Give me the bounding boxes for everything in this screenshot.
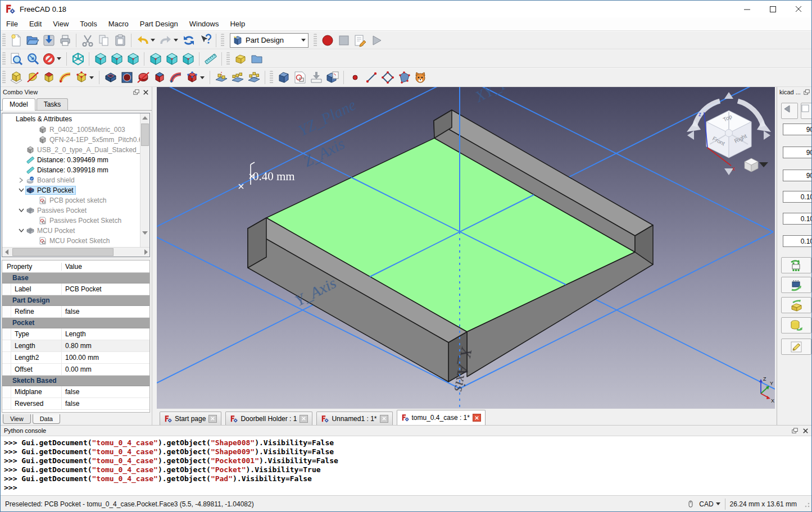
map-sketch-button[interactable] [308,70,324,86]
polar-pattern-button[interactable] [246,70,262,86]
tab-start-page[interactable]: Start page [160,412,221,425]
property-row-type[interactable]: TypeLength [2,328,149,340]
kicad-input-rz[interactable]: 90 [783,170,812,181]
tree-vertical-scrollbar[interactable] [140,113,149,247]
linear-pattern-button[interactable] [229,70,246,86]
kicad-input-oz[interactable]: 0.10 [783,235,812,247]
create-line-button[interactable] [363,70,379,86]
measure-button[interactable] [202,51,219,67]
tree-item[interactable]: USB_2_0_type_A_Dual_Stacked_jac [2,145,140,155]
property-group-part-design[interactable]: Part Design [2,295,149,306]
menu-file[interactable]: File [1,17,24,31]
kicad-input-ry[interactable]: 90 [783,147,812,158]
tab-data[interactable]: Data [33,414,60,424]
right-view-button[interactable] [125,51,141,67]
toolbar-grip[interactable] [221,34,224,47]
property-row-refine[interactable]: Refinefalse [2,306,149,318]
property-group-pocket[interactable]: Pocket [2,318,149,328]
menu-edit[interactable]: Edit [24,17,47,31]
hole-button[interactable] [119,70,135,86]
subtractive-primitive-dropdown-icon[interactable] [200,76,205,79]
close-panel-icon[interactable] [802,427,809,435]
paste-button[interactable] [112,32,128,48]
tab-tasks[interactable]: Tasks [37,98,69,110]
float-panel-icon[interactable] [133,89,140,96]
tab-doorbell-holder[interactable]: Doorbell Holder : 1 [225,412,312,425]
kicad-export-board-button[interactable] [781,257,811,273]
minimize-button[interactable] [734,1,760,17]
tree-item[interactable]: Passives Pocket [2,205,140,216]
tree-item[interactable]: MCU Pocket Sketch [2,236,140,246]
part-utility-button[interactable] [232,51,248,67]
pad-button[interactable] [8,70,24,86]
tree-item[interactable]: PCB pocket sketch [2,195,140,205]
close-button[interactable] [786,1,811,17]
kicad-input-ox[interactable]: 0.10 [783,191,812,203]
bottom-view-button[interactable] [164,51,180,67]
maximize-button[interactable] [760,1,786,17]
chevron-down-icon[interactable] [17,208,26,213]
chevron-right-icon[interactable] [17,177,26,183]
toolbar-grip[interactable] [226,52,230,66]
property-row-length2[interactable]: Length2100.00 mm [2,352,149,364]
create-body-button[interactable] [275,70,292,86]
subtractive-primitive-button[interactable] [184,70,200,86]
toolbar-grip[interactable] [2,52,6,66]
workbench-selector[interactable]: Part Design [230,33,309,48]
tree-item[interactable]: Distance: 0.399918 mm [2,165,140,175]
tree-item[interactable]: R_0402_1005Metric_003 [2,125,140,135]
toolbar-grip[interactable] [2,34,6,47]
create-face-button[interactable] [396,70,412,86]
rear-view-button[interactable] [147,51,164,67]
redo-dropdown-icon[interactable] [174,39,178,42]
close-tab-icon[interactable] [208,415,217,423]
3d-viewport[interactable]: YZ_Plane Z_Axis Y_Axis X_Axis XY_Plane 0… [157,87,775,409]
tab-view[interactable]: View [3,414,31,424]
kicad-edit-button[interactable] [781,339,811,355]
tree-horizontal-scrollbar[interactable] [2,247,150,257]
kicad-input-oy[interactable]: 0.10 [783,213,812,225]
mirrored-pattern-button[interactable] [213,70,229,86]
float-panel-icon[interactable] [791,427,799,435]
toolbar-grip[interactable] [270,71,273,84]
tree-item[interactable]: Passives Pocket Sketch [2,216,140,226]
macro-play-button[interactable] [368,32,384,48]
close-panel-icon[interactable] [142,89,149,96]
kicad-blank-button[interactable] [801,103,812,119]
menu-view[interactable]: View [47,17,74,31]
property-row-reversed[interactable]: Reversedfalse [2,398,149,410]
redo-button[interactable] [157,32,174,48]
resize-grip[interactable] [802,500,810,508]
property-group-sketch-based[interactable]: Sketch Based [2,376,149,386]
additive-primitive-button[interactable] [73,70,89,86]
kicad-import-parts-button[interactable] [781,277,811,293]
refresh-button[interactable] [180,32,197,48]
left-view-button[interactable] [180,51,196,67]
tab-model[interactable]: Model [2,98,35,111]
groove-button[interactable] [135,70,151,86]
macro-record-button[interactable] [319,32,335,48]
chevron-down-icon[interactable] [17,188,26,193]
additive-loft-button[interactable] [40,70,57,86]
tree-item[interactable]: QFN-24-1EP_5x5mm_Pitch0.65 [2,135,140,145]
chevron-down-icon[interactable] [17,228,26,233]
tab-tomu-case[interactable]: tomu_0.4_case : 1* [397,410,486,425]
save-button[interactable] [40,32,57,48]
pocket-button[interactable] [102,70,119,86]
open-document-button[interactable] [24,32,40,48]
undo-button[interactable] [134,32,151,48]
property-row-offset[interactable]: Offset0.00 mm [2,364,149,376]
whats-this-button[interactable] [197,32,213,48]
menu-windows[interactable]: Windows [184,17,225,31]
close-tab-icon[interactable] [473,414,481,422]
tab-unnamed1[interactable]: Unnamed1 : 1* [316,412,392,425]
create-polygon-button[interactable] [379,70,396,86]
axonometric-view-button[interactable] [70,51,86,67]
subtractive-loft-button[interactable] [151,70,167,86]
cut-button[interactable] [79,32,96,48]
new-document-button[interactable] [8,32,24,48]
close-tab-icon[interactable] [300,415,308,423]
additive-pipe-button[interactable] [57,70,73,86]
tree-item[interactable]: Board shield [2,175,140,185]
property-row-midplane[interactable]: Midplanefalse [2,386,149,398]
